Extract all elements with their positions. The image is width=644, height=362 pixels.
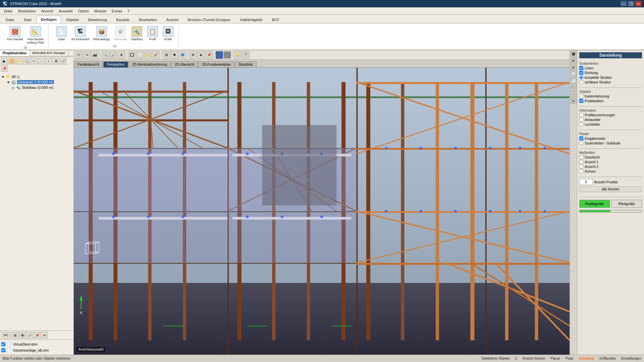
vt-btn-settings[interactable]: ⚙	[189, 51, 197, 59]
ribbon-tab-ansicht[interactable]: Ansicht	[162, 16, 183, 23]
schraube-button[interactable]: ⚙ Schraube	[112, 25, 129, 42]
vt-btn-snap[interactable]: 🔷	[179, 51, 186, 59]
viewport[interactable]: N Ansichtsauswahl	[74, 68, 570, 355]
vt-btn-color1[interactable]	[216, 51, 223, 59]
tab-bimcollab[interactable]: BIMcollab BCF Manager	[30, 50, 68, 56]
griffpunkte-btn[interactable]: Griffpunkte	[599, 357, 616, 360]
vt-btn-measure[interactable]: 📐	[144, 51, 152, 59]
datei-ribbon-button[interactable]: 📄 Datei	[54, 25, 69, 42]
ansicht2-check[interactable]: Ansicht 2	[579, 165, 642, 169]
anbauteile-check[interactable]: Anbauteile	[579, 118, 642, 122]
vt-btn-1[interactable]: ↩	[75, 51, 83, 59]
systemlinien-gebaeude-check[interactable]: Systemlinien - Gebäude	[579, 141, 642, 145]
stahlbau-button[interactable]: 🔩 Stahlbau	[129, 25, 145, 42]
ri-btn-3[interactable]: ⊟	[571, 64, 577, 70]
draufsicht-check[interactable]: Draufsicht	[579, 155, 642, 159]
kantenbetonung-check[interactable]: Kantenbetonung	[579, 94, 642, 98]
ri-btn-5[interactable]: 📉	[571, 78, 577, 84]
file-item-2[interactable]: 📄 Industrieanlage_stb.smr	[1, 347, 72, 353]
lower-tool-2[interactable]: ➕	[19, 332, 26, 339]
close-button[interactable]: ✕	[635, 1, 641, 6]
tab-perspektive[interactable]: Perspektive	[103, 61, 128, 67]
ribbon-tab-bauteile[interactable]: Bauteile	[112, 16, 134, 23]
menu-item-option[interactable]: Option	[75, 8, 92, 14]
ribbon-tab-bcf[interactable]: BCF	[268, 16, 284, 23]
vt-btn-grid[interactable]: ⊞	[163, 51, 170, 59]
file-checkbox-2[interactable]	[1, 348, 5, 352]
tree-tool-5[interactable]: +	[31, 58, 37, 64]
tab-stueckliste[interactable]: Stückliste	[235, 61, 257, 67]
flex-bauteil-pfad-button[interactable]: 📐 Flex-Bauteilentlang Pfad	[25, 25, 46, 45]
achsfang-btn[interactable]: Achsfang	[579, 357, 594, 360]
vt-btn-fit[interactable]: ⊕	[118, 51, 125, 59]
punktwolken-checkbox[interactable]	[579, 99, 583, 103]
tab-parallelansicht[interactable]: Parallelansicht	[74, 61, 103, 67]
restore-button[interactable]: ❐	[628, 1, 634, 6]
ribbon-tab-objekte[interactable]: Objekte	[62, 16, 83, 23]
ri-btn-7[interactable]: ↕	[571, 91, 577, 97]
size-slider[interactable]	[579, 210, 642, 213]
einstellungen-btn[interactable]: Einstellungen	[621, 357, 641, 360]
pfeilgroesse-button[interactable]: Pfeilgröße	[611, 200, 642, 208]
menu-item-module[interactable]: Module	[92, 8, 109, 14]
profilbezeichnungen-check[interactable]: Profilbezeichnungen	[579, 113, 642, 117]
ribbon-tab-bewehrung[interactable]: Bewehrung	[84, 16, 111, 23]
lochbilder-checkbox[interactable]	[579, 122, 583, 126]
tree-tool-3[interactable]: 📁	[16, 58, 22, 64]
sichtbare-radio-input[interactable]	[579, 80, 583, 84]
anzahl-punkte-input[interactable]	[579, 179, 593, 185]
ribbon-tab-datei[interactable]: Datei	[1, 16, 19, 23]
ribbon-tab-start[interactable]: Start	[19, 16, 36, 23]
vt-btn-clip[interactable]: ◈	[197, 51, 205, 59]
ri-btn-1[interactable]: ⬛	[571, 51, 577, 57]
punktwolken-check[interactable]: Punktwolken	[579, 99, 642, 103]
richtung-check[interactable]: Richtung	[579, 71, 642, 75]
tab-projektstruktur[interactable]: Projektstruktur	[0, 50, 30, 56]
vt-btn-2[interactable]: ↪	[83, 51, 91, 59]
ri-btn-4[interactable]: 📊	[571, 71, 577, 77]
planar-btn[interactable]: Planar	[550, 357, 560, 360]
tab-uebersicht[interactable]: 2D-Übersicht	[171, 61, 198, 67]
einbauteil-button[interactable]: 🏗 3D-Einbauteil	[69, 25, 91, 42]
ansicht2-checkbox[interactable]	[579, 165, 583, 169]
vt-btn-delete[interactable]: ✖	[171, 51, 178, 59]
ri-btn-6[interactable]: 🔧	[571, 84, 577, 90]
vt-btn-help[interactable]: ?	[242, 51, 250, 59]
anbauteile-checkbox[interactable]	[579, 118, 583, 122]
ansicht1-checkbox[interactable]	[579, 160, 583, 164]
sichtbare-struktur-radio[interactable]: sichtbare Struktur	[579, 80, 642, 84]
lower-tool-5[interactable]: ✏	[41, 332, 48, 339]
ansicht1-check[interactable]: Ansicht 1	[579, 160, 642, 164]
tree-tool-6[interactable]: -	[38, 58, 45, 64]
achsen-checkbox[interactable]	[579, 169, 583, 173]
punktgroesse-button[interactable]: Punktgröße	[579, 200, 610, 208]
flex-bauteil-button[interactable]: 🧱 Flex-Bauteil	[5, 25, 25, 45]
tree-tool-2[interactable]: ⏪	[8, 58, 15, 64]
vt-btn-zoom-in[interactable]: 🔍	[102, 51, 109, 59]
vt-btn-box[interactable]: ⬜	[136, 51, 144, 59]
systemlinien-gebaeude-checkbox[interactable]	[579, 141, 583, 145]
file-checkbox-1[interactable]	[1, 342, 5, 346]
tree-tool-8[interactable]: ⚙	[53, 58, 59, 64]
ribbon-tab-brckentunneldesigner[interactable]: Brücken-/Tunnel-Designer	[183, 16, 235, 23]
ri-btn-2[interactable]: ⊞	[571, 58, 577, 64]
polar-btn[interactable]: Polar	[566, 357, 573, 360]
lower-tool-3[interactable]: 🔗	[26, 332, 33, 339]
vt-btn-pin[interactable]: 📌	[205, 51, 213, 59]
menu-item-auswahl[interactable]: Auswahl	[56, 8, 75, 14]
tree-node-gebaeude1[interactable]: ▼ 🏢 Gebäude 1 (0.000 m)	[1, 79, 72, 85]
lower-tool-4[interactable]: 📌	[34, 332, 41, 339]
eingaberaster-checkbox[interactable]	[579, 136, 583, 140]
vt-btn-select[interactable]: 🔲	[128, 51, 136, 59]
vt-btn-color2[interactable]	[224, 51, 231, 59]
menu-item-ansicht[interactable]: Ansicht	[39, 8, 56, 14]
tree-tool-10[interactable]: 📌	[1, 65, 8, 72]
ribbon-tab-einfgen[interactable]: Einfügen	[37, 16, 61, 23]
tree-node-af1[interactable]: ▼ 📁 AF-1	[1, 74, 72, 79]
vt-btn-draw[interactable]: 🖊	[152, 51, 160, 59]
tree-tool-4[interactable]: 🔍	[23, 58, 30, 64]
komplette-radio-input[interactable]	[579, 75, 583, 79]
minimize-button[interactable]: —	[621, 1, 627, 6]
achsen-check[interactable]: Achsen	[579, 169, 642, 173]
profil-button[interactable]: 📋 Profil	[145, 25, 160, 42]
